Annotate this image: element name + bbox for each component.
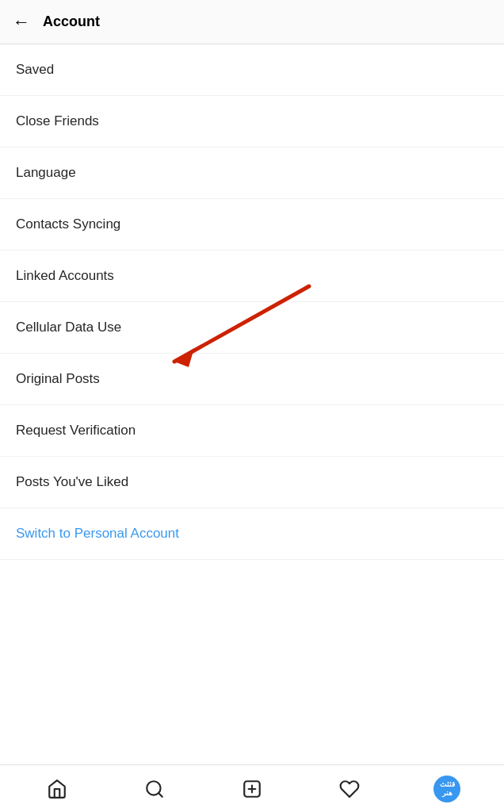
menu-list: Saved Close Friends Language Contacts Sy…	[0, 44, 504, 560]
menu-item-saved[interactable]: Saved	[0, 44, 504, 96]
menu-item-original-posts[interactable]: Original Posts	[0, 354, 504, 405]
menu-item-cellular-data-use[interactable]: Cellular Data Use	[0, 302, 504, 354]
menu-item-cellular-data-use-label: Cellular Data Use	[16, 320, 121, 335]
svg-line-3	[158, 793, 162, 797]
menu-item-close-friends[interactable]: Close Friends	[0, 96, 504, 147]
menu-item-saved-label: Saved	[16, 62, 54, 78]
menu-item-contacts-syncing-label: Contacts Syncing	[16, 216, 120, 232]
bottom-navigation: قثثث هنر	[0, 764, 504, 812]
menu-item-language-label: Language	[16, 165, 76, 181]
heart-icon	[339, 779, 360, 799]
menu-item-posts-youve-liked-label: Posts You've Liked	[16, 474, 128, 490]
menu-item-switch-personal[interactable]: Switch to Personal Account	[0, 508, 504, 560]
avatar-text: قثثث هنر	[433, 780, 460, 798]
nav-profile[interactable]: قثثث هنر	[427, 769, 467, 809]
nav-add[interactable]	[232, 769, 272, 809]
home-icon	[47, 779, 67, 799]
back-button[interactable]: ←	[13, 13, 30, 31]
menu-item-request-verification[interactable]: Request Verification	[0, 405, 504, 457]
menu-item-linked-accounts-label: Linked Accounts	[16, 268, 114, 284]
menu-item-request-verification-label: Request Verification	[16, 423, 136, 439]
nav-heart[interactable]	[330, 769, 369, 809]
menu-item-posts-youve-liked[interactable]: Posts You've Liked	[0, 457, 504, 508]
header: ← Account	[0, 0, 504, 44]
content-area: Saved Close Friends Language Contacts Sy…	[0, 44, 504, 764]
menu-item-switch-personal-label: Switch to Personal Account	[16, 526, 179, 542]
nav-home[interactable]	[37, 769, 77, 809]
menu-item-linked-accounts[interactable]: Linked Accounts	[0, 251, 504, 302]
avatar: قثثث هنر	[433, 776, 460, 802]
page-title: Account	[43, 13, 100, 30]
nav-search[interactable]	[135, 769, 174, 809]
menu-item-original-posts-label: Original Posts	[16, 371, 100, 387]
add-icon	[242, 779, 262, 799]
search-icon	[144, 779, 165, 799]
menu-item-language[interactable]: Language	[0, 147, 504, 199]
menu-item-contacts-syncing[interactable]: Contacts Syncing	[0, 199, 504, 251]
menu-item-close-friends-label: Close Friends	[16, 113, 99, 129]
